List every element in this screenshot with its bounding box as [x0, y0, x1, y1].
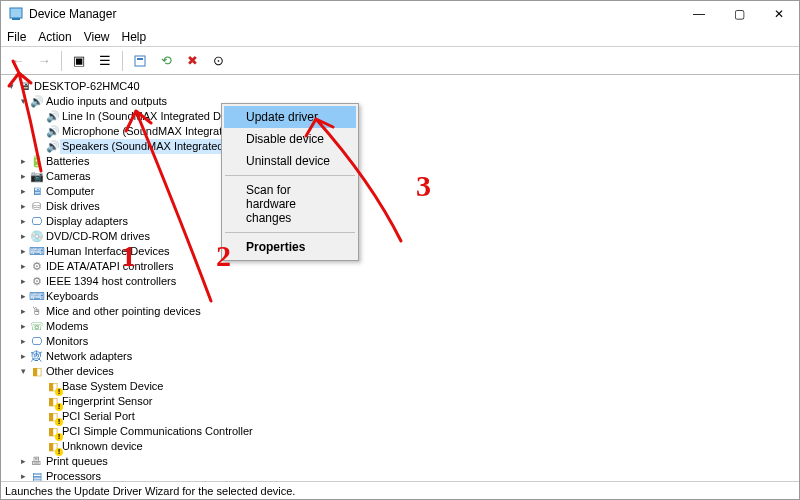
minimize-button[interactable]: —	[679, 1, 719, 27]
expand-icon[interactable]: ▸	[17, 274, 29, 289]
device-unknown-device[interactable]: ·◧Unknown device	[1, 439, 799, 454]
print-icon: 🖶	[29, 455, 44, 469]
category-ide-ata-atapi-controllers[interactable]: ▸⚙IDE ATA/ATAPI controllers	[1, 259, 799, 274]
expand-icon[interactable]: ▸	[17, 454, 29, 469]
category-audio[interactable]: ▾ 🔊 Audio inputs and outputs	[1, 94, 799, 109]
category-disk-drives[interactable]: ▸⛁Disk drives	[1, 199, 799, 214]
category-label: Display adapters	[44, 214, 130, 229]
action-button[interactable]	[129, 50, 151, 72]
nav-forward-button: →	[33, 50, 55, 72]
menu-view[interactable]: View	[84, 30, 110, 44]
other-devices-icon: ◧	[29, 365, 44, 379]
ctx-scan-hardware[interactable]: Scan for hardware changes	[224, 179, 356, 229]
device-base-system-device[interactable]: ·◧Base System Device	[1, 379, 799, 394]
maximize-button[interactable]: ▢	[719, 1, 759, 27]
app-icon	[9, 7, 23, 21]
category-label: Audio inputs and outputs	[44, 94, 169, 109]
category-display-adapters[interactable]: ▸🖵Display adapters	[1, 214, 799, 229]
category-label: DVD/CD-ROM drives	[44, 229, 152, 244]
expand-icon[interactable]: ▸	[17, 184, 29, 199]
ctx-disable-device[interactable]: Disable device	[224, 128, 356, 150]
uninstall-button[interactable]: ✖	[181, 50, 203, 72]
category-monitors[interactable]: ▸🖵Monitors	[1, 334, 799, 349]
category-label: Mice and other pointing devices	[44, 304, 203, 319]
ctx-update-driver[interactable]: Update driver	[224, 106, 356, 128]
speaker-icon: 🔊	[45, 110, 60, 124]
batt-icon: 🔋	[29, 155, 44, 169]
device-pci-serial-port[interactable]: ·◧PCI Serial Port	[1, 409, 799, 424]
audio-icon: 🔊	[29, 95, 44, 109]
expand-icon[interactable]: ▸	[17, 319, 29, 334]
expand-icon[interactable]: ▾	[5, 79, 17, 94]
expand-icon[interactable]: ▸	[17, 169, 29, 184]
category-print-queues[interactable]: ▸🖶Print queues	[1, 454, 799, 469]
tree-root[interactable]: ▾ 🖥 DESKTOP-62HMC40	[1, 79, 799, 94]
enable-button[interactable]: ⊙	[207, 50, 229, 72]
toolbar-separator	[122, 51, 123, 71]
expand-icon[interactable]: ▸	[17, 154, 29, 169]
menu-file[interactable]: File	[7, 30, 26, 44]
close-button[interactable]: ✕	[759, 1, 799, 27]
toolbar-separator	[61, 51, 62, 71]
status-bar: Launches the Update Driver Wizard for th…	[1, 481, 799, 499]
category-label: Monitors	[44, 334, 90, 349]
expand-icon[interactable]: ▾	[17, 364, 29, 379]
speaker-icon: 🔊	[45, 140, 60, 154]
toolbar: ← → ▣ ☰ ⟲ ✖ ⊙	[1, 47, 799, 75]
ctx-uninstall-device[interactable]: Uninstall device	[224, 150, 356, 172]
expand-icon[interactable]: ▸	[17, 259, 29, 274]
category-human-interface-devices[interactable]: ▸⌨Human Interface Devices	[1, 244, 799, 259]
ctx-properties[interactable]: Properties	[224, 236, 356, 258]
category-batteries[interactable]: ▸🔋Batteries	[1, 154, 799, 169]
expand-icon[interactable]: ▾	[17, 94, 29, 109]
category-mice-and-other-pointing-devices[interactable]: ▸🖱Mice and other pointing devices	[1, 304, 799, 319]
svg-rect-2	[135, 56, 145, 66]
nav-back-button: ←	[7, 50, 29, 72]
device-label: Unknown device	[60, 439, 145, 454]
category-network-adapters[interactable]: ▸🕸Network adapters	[1, 349, 799, 364]
modem-icon: ☏	[29, 320, 44, 334]
kb-icon: ⌨	[29, 290, 44, 304]
category-keyboards[interactable]: ▸⌨Keyboards	[1, 289, 799, 304]
device-speakers[interactable]: · 🔊 Speakers (SoundMAX Integrated Digita…	[1, 139, 799, 154]
device-tree[interactable]: ▾ 🖥 DESKTOP-62HMC40 ▾ 🔊 Audio inputs and…	[1, 75, 799, 482]
category-dvd-cd-rom-drives[interactable]: ▸💿DVD/CD-ROM drives	[1, 229, 799, 244]
show-hidden-button[interactable]: ▣	[68, 50, 90, 72]
device-label: Base System Device	[60, 379, 165, 394]
expand-icon[interactable]: ▸	[17, 199, 29, 214]
category-modems[interactable]: ▸☏Modems	[1, 319, 799, 334]
status-text: Launches the Update Driver Wizard for th…	[5, 485, 295, 497]
category-ieee-1394-host-controllers[interactable]: ▸⚙IEEE 1394 host controllers	[1, 274, 799, 289]
root-label: DESKTOP-62HMC40	[32, 79, 142, 94]
ctx-separator	[225, 175, 355, 176]
speaker-icon: 🔊	[45, 125, 60, 139]
comp-icon: 🖥	[29, 185, 44, 199]
device-line-in[interactable]: · 🔊 Line In (SoundMAX Integrated Digital…	[1, 109, 799, 124]
expand-icon[interactable]: ▸	[17, 214, 29, 229]
menu-action[interactable]: Action	[38, 30, 71, 44]
expand-icon[interactable]: ▸	[17, 229, 29, 244]
cam-icon: 📷	[29, 170, 44, 184]
device-fingerprint-sensor[interactable]: ·◧Fingerprint Sensor	[1, 394, 799, 409]
category-label: Keyboards	[44, 289, 101, 304]
expand-icon[interactable]: ▸	[17, 244, 29, 259]
unknown-device-icon: ◧	[45, 410, 60, 424]
device-pci-simple-communications-controller[interactable]: ·◧PCI Simple Communications Controller	[1, 424, 799, 439]
category-computer[interactable]: ▸🖥Computer	[1, 184, 799, 199]
menu-help[interactable]: Help	[122, 30, 147, 44]
category-cameras[interactable]: ▸📷Cameras	[1, 169, 799, 184]
scan-button[interactable]: ⟲	[155, 50, 177, 72]
mouse-icon: 🖱	[29, 305, 44, 319]
category-label: Cameras	[44, 169, 93, 184]
expand-icon[interactable]: ▸	[17, 334, 29, 349]
device-microphone[interactable]: · 🔊 Microphone (SoundMAX Integrated Digi…	[1, 124, 799, 139]
category-label: Human Interface Devices	[44, 244, 172, 259]
unknown-device-icon: ◧	[45, 440, 60, 454]
expand-icon[interactable]: ▸	[17, 304, 29, 319]
hid-icon: ⌨	[29, 245, 44, 259]
expand-icon[interactable]: ▸	[17, 289, 29, 304]
category-other-devices[interactable]: ▾ ◧ Other devices	[1, 364, 799, 379]
properties-button[interactable]: ☰	[94, 50, 116, 72]
category-label: Disk drives	[44, 199, 102, 214]
expand-icon[interactable]: ▸	[17, 349, 29, 364]
